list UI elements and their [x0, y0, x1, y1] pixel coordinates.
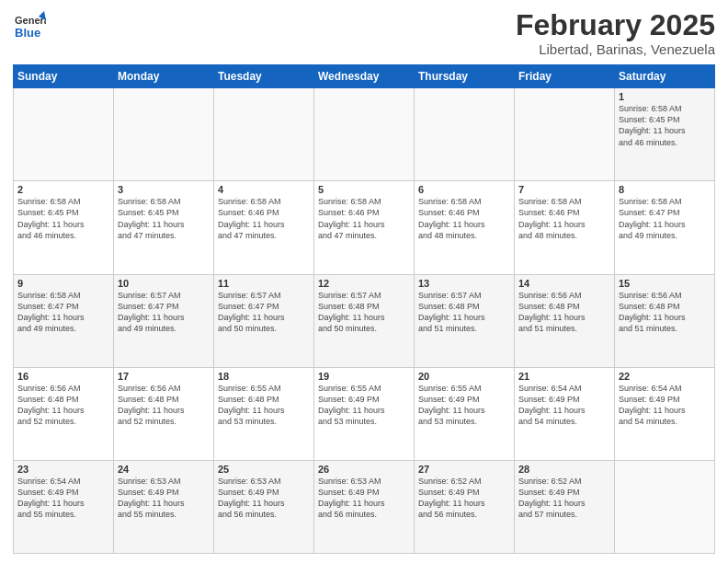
day-info: Sunrise: 6:58 AM Sunset: 6:47 PM Dayligh…: [17, 290, 109, 335]
day-number: 19: [318, 371, 410, 382]
day-number: 2: [17, 184, 109, 195]
day-info: Sunrise: 6:58 AM Sunset: 6:46 PM Dayligh…: [318, 196, 410, 241]
day-number: 27: [418, 464, 510, 475]
day-info: Sunrise: 6:53 AM Sunset: 6:49 PM Dayligh…: [218, 476, 310, 521]
day-info: Sunrise: 6:54 AM Sunset: 6:49 PM Dayligh…: [619, 383, 711, 428]
day-number: 23: [17, 464, 109, 475]
day-number: 8: [619, 184, 711, 195]
day-info: Sunrise: 6:58 AM Sunset: 6:46 PM Dayligh…: [418, 196, 510, 241]
calendar-cell: [314, 88, 415, 181]
month-title: February 2025: [516, 9, 715, 41]
day-info: Sunrise: 6:58 AM Sunset: 6:45 PM Dayligh…: [619, 103, 711, 148]
calendar-day-header: Tuesday: [214, 65, 314, 88]
calendar-cell: 2Sunrise: 6:58 AM Sunset: 6:45 PM Daylig…: [14, 181, 114, 274]
calendar-week-row: 2Sunrise: 6:58 AM Sunset: 6:45 PM Daylig…: [14, 181, 715, 274]
day-info: Sunrise: 6:57 AM Sunset: 6:47 PM Dayligh…: [218, 290, 310, 335]
day-info: Sunrise: 6:56 AM Sunset: 6:48 PM Dayligh…: [118, 383, 210, 428]
title-block: February 2025 Libertad, Barinas, Venezue…: [516, 9, 715, 57]
day-number: 9: [17, 278, 109, 289]
day-info: Sunrise: 6:56 AM Sunset: 6:48 PM Dayligh…: [17, 383, 109, 428]
calendar-cell: 19Sunrise: 6:55 AM Sunset: 6:49 PM Dayli…: [314, 367, 415, 460]
svg-text:Blue: Blue: [15, 26, 40, 40]
day-info: Sunrise: 6:55 AM Sunset: 6:49 PM Dayligh…: [418, 383, 510, 428]
calendar-week-row: 16Sunrise: 6:56 AM Sunset: 6:48 PM Dayli…: [14, 367, 715, 460]
calendar-week-row: 23Sunrise: 6:54 AM Sunset: 6:49 PM Dayli…: [14, 460, 715, 553]
day-number: 20: [418, 371, 510, 382]
calendar-day-header: Friday: [515, 65, 615, 88]
calendar-cell: 28Sunrise: 6:52 AM Sunset: 6:49 PM Dayli…: [515, 460, 615, 553]
day-info: Sunrise: 6:58 AM Sunset: 6:45 PM Dayligh…: [17, 196, 109, 241]
calendar-cell: 25Sunrise: 6:53 AM Sunset: 6:49 PM Dayli…: [214, 460, 314, 553]
day-info: Sunrise: 6:58 AM Sunset: 6:46 PM Dayligh…: [218, 196, 310, 241]
calendar-day-header: Wednesday: [314, 65, 415, 88]
calendar-cell: 20Sunrise: 6:55 AM Sunset: 6:49 PM Dayli…: [415, 367, 515, 460]
calendar-day-header: Thursday: [415, 65, 515, 88]
calendar-cell: 26Sunrise: 6:53 AM Sunset: 6:49 PM Dayli…: [314, 460, 415, 553]
calendar-day-header: Monday: [114, 65, 214, 88]
day-number: 18: [218, 371, 310, 382]
day-number: 26: [318, 464, 410, 475]
day-info: Sunrise: 6:57 AM Sunset: 6:48 PM Dayligh…: [418, 290, 510, 335]
calendar-cell: 14Sunrise: 6:56 AM Sunset: 6:48 PM Dayli…: [515, 274, 615, 367]
day-info: Sunrise: 6:56 AM Sunset: 6:48 PM Dayligh…: [619, 290, 711, 335]
calendar-table: SundayMondayTuesdayWednesdayThursdayFrid…: [13, 64, 715, 554]
day-info: Sunrise: 6:54 AM Sunset: 6:49 PM Dayligh…: [17, 476, 109, 521]
day-number: 16: [17, 371, 109, 382]
day-number: 11: [218, 278, 310, 289]
day-number: 15: [619, 278, 711, 289]
day-number: 14: [518, 278, 610, 289]
calendar-cell: 24Sunrise: 6:53 AM Sunset: 6:49 PM Dayli…: [114, 460, 214, 553]
calendar-cell: 23Sunrise: 6:54 AM Sunset: 6:49 PM Dayli…: [14, 460, 114, 553]
day-info: Sunrise: 6:56 AM Sunset: 6:48 PM Dayligh…: [518, 290, 610, 335]
day-number: 7: [518, 184, 610, 195]
day-number: 22: [619, 371, 711, 382]
calendar-cell: [114, 88, 214, 181]
calendar-cell: 17Sunrise: 6:56 AM Sunset: 6:48 PM Dayli…: [114, 367, 214, 460]
day-number: 12: [318, 278, 410, 289]
calendar-cell: [214, 88, 314, 181]
calendar-cell: 3Sunrise: 6:58 AM Sunset: 6:45 PM Daylig…: [114, 181, 214, 274]
calendar-cell: 4Sunrise: 6:58 AM Sunset: 6:46 PM Daylig…: [214, 181, 314, 274]
day-info: Sunrise: 6:57 AM Sunset: 6:48 PM Dayligh…: [318, 290, 410, 335]
calendar-cell: 7Sunrise: 6:58 AM Sunset: 6:46 PM Daylig…: [515, 181, 615, 274]
day-info: Sunrise: 6:58 AM Sunset: 6:47 PM Dayligh…: [619, 196, 711, 241]
day-number: 4: [218, 184, 310, 195]
calendar-week-row: 9Sunrise: 6:58 AM Sunset: 6:47 PM Daylig…: [14, 274, 715, 367]
calendar-cell: 8Sunrise: 6:58 AM Sunset: 6:47 PM Daylig…: [615, 181, 715, 274]
calendar-cell: 16Sunrise: 6:56 AM Sunset: 6:48 PM Dayli…: [14, 367, 114, 460]
calendar-cell: 12Sunrise: 6:57 AM Sunset: 6:48 PM Dayli…: [314, 274, 415, 367]
day-info: Sunrise: 6:58 AM Sunset: 6:46 PM Dayligh…: [518, 196, 610, 241]
day-number: 13: [418, 278, 510, 289]
day-info: Sunrise: 6:52 AM Sunset: 6:49 PM Dayligh…: [418, 476, 510, 521]
calendar-cell: 9Sunrise: 6:58 AM Sunset: 6:47 PM Daylig…: [14, 274, 114, 367]
calendar-cell: [14, 88, 114, 181]
calendar-cell: [415, 88, 515, 181]
day-number: 28: [518, 464, 610, 475]
calendar-cell: 1Sunrise: 6:58 AM Sunset: 6:45 PM Daylig…: [615, 88, 715, 181]
day-number: 3: [118, 184, 210, 195]
calendar-cell: 21Sunrise: 6:54 AM Sunset: 6:49 PM Dayli…: [515, 367, 615, 460]
calendar-day-header: Sunday: [14, 65, 114, 88]
day-number: 17: [118, 371, 210, 382]
day-info: Sunrise: 6:53 AM Sunset: 6:49 PM Dayligh…: [118, 476, 210, 521]
day-info: Sunrise: 6:58 AM Sunset: 6:45 PM Dayligh…: [118, 196, 210, 241]
calendar-cell: 5Sunrise: 6:58 AM Sunset: 6:46 PM Daylig…: [314, 181, 415, 274]
logo: General Blue: [13, 9, 46, 42]
day-info: Sunrise: 6:57 AM Sunset: 6:47 PM Dayligh…: [118, 290, 210, 335]
calendar-cell: 11Sunrise: 6:57 AM Sunset: 6:47 PM Dayli…: [214, 274, 314, 367]
day-number: 25: [218, 464, 310, 475]
calendar-header-row: SundayMondayTuesdayWednesdayThursdayFrid…: [14, 65, 715, 88]
day-number: 10: [118, 278, 210, 289]
day-info: Sunrise: 6:54 AM Sunset: 6:49 PM Dayligh…: [518, 383, 610, 428]
header: General Blue February 2025 Libertad, Bar…: [13, 9, 715, 57]
day-number: 5: [318, 184, 410, 195]
page: General Blue February 2025 Libertad, Bar…: [0, 0, 728, 563]
day-number: 21: [518, 371, 610, 382]
day-info: Sunrise: 6:52 AM Sunset: 6:49 PM Dayligh…: [518, 476, 610, 521]
calendar-cell: 10Sunrise: 6:57 AM Sunset: 6:47 PM Dayli…: [114, 274, 214, 367]
calendar-week-row: 1Sunrise: 6:58 AM Sunset: 6:45 PM Daylig…: [14, 88, 715, 181]
day-info: Sunrise: 6:55 AM Sunset: 6:48 PM Dayligh…: [218, 383, 310, 428]
calendar-cell: [615, 460, 715, 553]
calendar-cell: 22Sunrise: 6:54 AM Sunset: 6:49 PM Dayli…: [615, 367, 715, 460]
day-info: Sunrise: 6:53 AM Sunset: 6:49 PM Dayligh…: [318, 476, 410, 521]
